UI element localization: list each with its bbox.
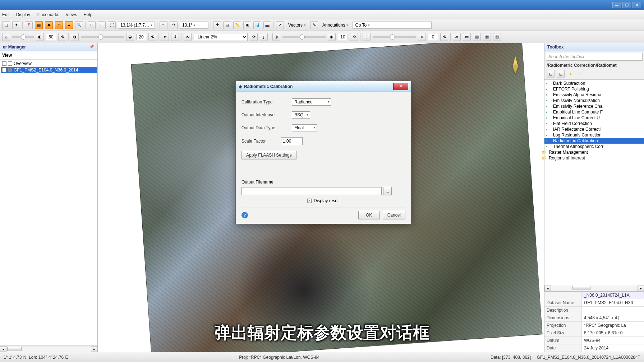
tree-item[interactable]: Empirical Line Correct U (544, 115, 644, 121)
trans-end-icon[interactable]: ◈ (418, 33, 426, 41)
pin-icon[interactable]: 📌 (89, 45, 95, 50)
chart-icon[interactable]: 📊 (253, 21, 261, 29)
tree-folder[interactable]: Raster Management (544, 149, 644, 155)
zoom-extent-icon[interactable]: ⛶ (108, 21, 116, 29)
reload-icon[interactable]: ⟳ (250, 33, 258, 41)
rotate-right-icon[interactable]: ↷ (170, 21, 178, 29)
sharpen-icon[interactable]: ◎ (272, 33, 280, 41)
stretch-dropdown[interactable]: Linear 2% (194, 33, 248, 41)
browse-button[interactable]: ... (383, 187, 392, 195)
scroll-track[interactable] (6, 347, 91, 352)
tree-item[interactable]: Dark Subtraction (544, 80, 644, 86)
transparency-icon[interactable]: ◊ (363, 33, 371, 41)
gamma-end-icon[interactable]: ◒ (126, 33, 134, 41)
tree-item[interactable]: Thermal Atmospheric Corr (544, 144, 644, 149)
annotations-dropdown[interactable]: Annotations (320, 22, 350, 28)
chip-icon[interactable]: ▭ (463, 33, 471, 41)
tree-item[interactable]: Log Residuals Correction (544, 132, 644, 138)
sharpen-end-icon[interactable]: ◉ (328, 33, 336, 41)
refresh-icon[interactable]: ⟲ (58, 33, 66, 41)
sharpen-slider[interactable] (282, 36, 326, 38)
layer-overview[interactable]: Overview (1, 60, 97, 67)
refresh4-icon[interactable]: ⟲ (440, 33, 448, 41)
nav-down-icon[interactable]: ◇ (55, 21, 63, 29)
nav-up-icon[interactable]: ◆ (45, 21, 53, 29)
gamma-icon[interactable]: ◑ (71, 33, 79, 41)
measure-icon[interactable]: 📏 (233, 21, 241, 29)
select-icon[interactable]: ▱ (453, 33, 461, 41)
maximize-button[interactable]: ❐ (622, 2, 631, 8)
minimize-button[interactable]: — (612, 2, 621, 8)
zoom-level-dropdown[interactable]: 13.1% (1:7.7… (118, 22, 155, 29)
calibration-type-dropdown[interactable]: Radiance (292, 98, 331, 106)
dialog-close-button[interactable]: ✕ (393, 83, 408, 90)
scroll-right-icon[interactable]: ▸ (638, 286, 644, 291)
vectors-dropdown[interactable]: Vectors (286, 22, 308, 28)
fit-width-icon[interactable]: ⇔ (161, 33, 169, 41)
tree-item[interactable]: IAR Reflectance Correcti (544, 126, 644, 132)
scroll-right-icon[interactable]: ▸ (91, 346, 97, 352)
tree-item[interactable]: EFFORT Polishing (544, 86, 644, 92)
rotate-left-icon[interactable]: ↶ (160, 21, 167, 29)
refresh2-icon[interactable]: ⟲ (148, 33, 156, 41)
layer-item-selected[interactable]: ✓ GF1_PMS2_E104.0_N36.0_2014 (1, 67, 97, 73)
ok-button[interactable]: OK (358, 211, 380, 219)
display-result-checkbox[interactable]: ✓ (307, 199, 312, 203)
tree-item[interactable]: Emissivity Reference Cha (544, 103, 644, 109)
menu-views[interactable]: Views (66, 12, 77, 17)
fit-height-icon[interactable]: ⇕ (171, 33, 179, 41)
toolbox-search-input[interactable]: Search the toolbox (546, 53, 643, 61)
scroll-left-icon[interactable]: ◂ (0, 346, 6, 352)
output-filename-input[interactable] (242, 187, 382, 195)
brightness-icon[interactable]: ☼ (2, 33, 10, 41)
overview-checkbox[interactable] (2, 61, 6, 66)
zoom-tool-icon[interactable]: 🔍 (75, 21, 83, 29)
histogram-icon[interactable]: ⫿ (260, 33, 268, 41)
refresh3-icon[interactable]: ⟲ (350, 33, 358, 41)
gamma-slider[interactable] (81, 36, 124, 38)
layers-icon[interactable]: ▤ (223, 21, 231, 29)
target-icon[interactable]: ✦ (12, 21, 20, 29)
scale-factor-input[interactable] (281, 137, 303, 145)
screen-icon[interactable]: ▢ (2, 21, 10, 29)
layer-scrollbar[interactable]: ◂ ▸ (0, 345, 97, 352)
menu-display[interactable]: Display (16, 12, 30, 17)
zoom-in-icon[interactable]: ⊕ (88, 21, 96, 29)
favorite-icon[interactable]: ★ (567, 70, 575, 78)
menu-help[interactable]: Help (84, 12, 93, 17)
globe-icon[interactable]: ● (65, 21, 73, 29)
crosshair-icon[interactable]: ✚ (213, 21, 221, 29)
tree-item[interactable]: Radiometric Calibration (544, 138, 644, 144)
dialog-titlebar[interactable]: ◈ Radiometric Calibration ✕ (236, 81, 411, 92)
favorite-empty-icon[interactable]: ☆ (577, 70, 585, 78)
grid1-icon[interactable]: ▦ (473, 33, 481, 41)
grid3-icon[interactable]: ▨ (493, 33, 501, 41)
tree-item[interactable]: Empirical Line Compute F (544, 109, 644, 115)
contrast-icon[interactable]: ◐ (36, 33, 44, 41)
close-window-button[interactable]: ✕ (632, 2, 641, 8)
output-interleave-dropdown[interactable]: BSQ (292, 111, 310, 119)
cursor-icon[interactable]: ➚ (276, 21, 284, 29)
tree-item[interactable]: Emissivity Alpha Residua (544, 92, 644, 98)
scroll-thumb[interactable] (7, 347, 22, 351)
expand-icon[interactable]: ⊞ (557, 70, 565, 78)
help-icon[interactable]: ? (242, 212, 248, 218)
scroll-thumb[interactable] (572, 286, 590, 290)
transparency-slider[interactable] (373, 36, 416, 38)
crop-icon[interactable]: ▣ (243, 21, 251, 29)
menu-edit[interactable]: Edit (2, 12, 10, 17)
cancel-button[interactable]: Cancel (383, 211, 405, 219)
text-icon[interactable]: ▬ (263, 21, 271, 29)
rotation-dropdown[interactable]: 13.1° (180, 22, 208, 29)
brightness-slider[interactable] (12, 36, 34, 38)
zoom-out-icon[interactable]: ⊖ (98, 21, 106, 29)
scroll-track[interactable] (551, 286, 638, 291)
gamma-value[interactable]: 20 (136, 34, 146, 40)
eye-icon[interactable]: 👁 (184, 33, 192, 41)
output-data-type-dropdown[interactable]: Float (292, 124, 317, 131)
scroll-left-icon[interactable]: ◂ (544, 286, 551, 291)
transparency-value[interactable]: 0 (428, 34, 438, 40)
goto-dropdown[interactable]: Go To (353, 22, 432, 29)
menu-placemarks[interactable]: Placemarks (37, 12, 59, 17)
folder-icon[interactable]: ▦ (35, 21, 43, 29)
